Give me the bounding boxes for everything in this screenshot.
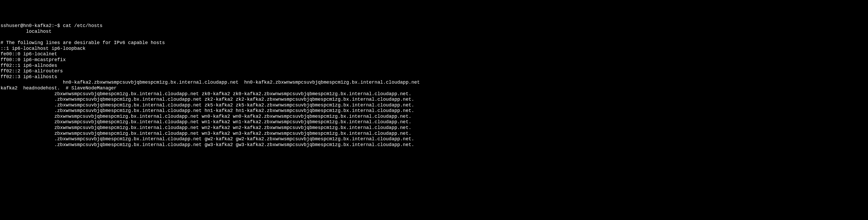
hosts-line-7: ff02::2 ip6-allrouters [1, 68, 63, 74]
hosts-line-6: ff02::1 ip6-allnodes [1, 63, 57, 68]
hosts-line-20: .zbxwnwsmpcsuvbjqbmespcm1zg.bx.internal.… [1, 142, 414, 147]
hosts-line-3: ::1 ip6-localhost ip6-loopback [1, 46, 86, 51]
terminal-output[interactable]: sshuser@hn0-kafka2:~$ cat /etc/hosts loc… [1, 23, 867, 148]
hosts-line-17: zbxwnwsmpcsuvbjqbmespcm1zg.bx.internal.c… [1, 125, 411, 130]
hosts-line-9: hn0-kafka2.zbxwnwsmpcsuvbjqbmespcm1zg.bx… [1, 80, 420, 85]
shell-prompt: sshuser@hn0-kafka2:~$ cat /etc/hosts [1, 23, 102, 28]
command-text: cat /etc/hosts [63, 23, 102, 28]
hosts-line-18: zbxwnwsmpcsuvbjqbmespcm1zg.bx.internal.c… [1, 131, 411, 136]
hosts-line-2: # The following lines are desirable for … [1, 40, 165, 45]
hosts-line-8: ff02::3 ip6-allhosts [1, 74, 57, 80]
hosts-line-19: .zbxwnwsmpcsuvbjqbmespcm1zg.bx.internal.… [1, 136, 414, 142]
prompt-text: sshuser@hn0-kafka2:~$ [1, 23, 63, 28]
hosts-line-15: zbxwnwsmpcsuvbjqbmespcm1zg.bx.internal.c… [1, 114, 411, 119]
hosts-line-10: kafka2 headnodehost. # SlaveNodeManager [1, 86, 117, 91]
hosts-line-4: fe00::0 ip6-localnet [1, 52, 57, 57]
hosts-line-12: .zbxwnwsmpcsuvbjqbmespcm1zg.bx.internal.… [1, 97, 414, 102]
hosts-line-14: .zbxwnwsmpcsuvbjqbmespcm1zg.bx.internal.… [1, 108, 414, 113]
hosts-line-0: localhost [1, 29, 52, 34]
hosts-line-11: zbxwnwsmpcsuvbjqbmespcm1zg.bx.internal.c… [1, 91, 411, 96]
hosts-line-13: .zbxwnwsmpcsuvbjqbmespcm1zg.bx.internal.… [1, 102, 414, 108]
hosts-line-16: zbxwnwsmpcsuvbjqbmespcm1zg.bx.internal.c… [1, 119, 411, 125]
hosts-line-5: ff00::0 ip6-mcastprefix [1, 57, 66, 62]
